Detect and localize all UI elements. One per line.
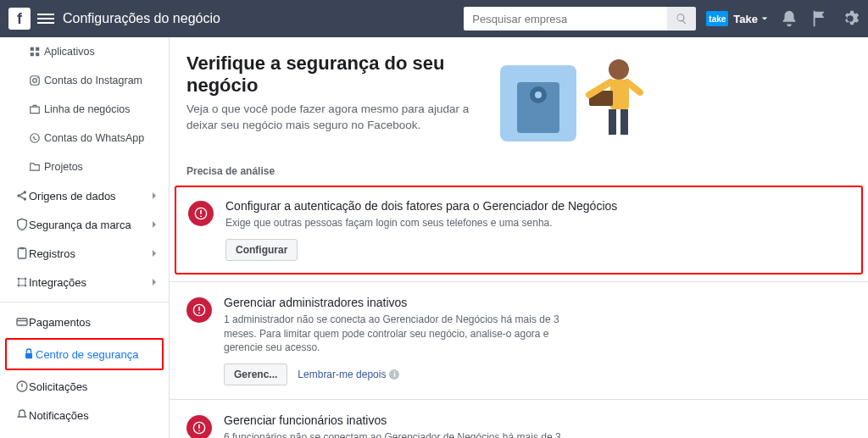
svg-rect-0 <box>31 47 34 51</box>
bell-icon[interactable] <box>780 9 798 28</box>
svg-point-26 <box>609 59 629 80</box>
sidebar-item-pagamentos[interactable]: Pagamentos <box>0 308 169 336</box>
hero: Verifique a segurança do seu negócio Vej… <box>170 37 868 157</box>
svg-rect-2 <box>31 53 34 56</box>
svg-rect-11 <box>18 248 25 258</box>
svg-rect-12 <box>20 247 24 250</box>
search-input[interactable] <box>464 7 667 30</box>
manage-button[interactable]: Gerenc... <box>224 363 287 385</box>
chevron-right-icon <box>150 191 159 200</box>
brand-logo: take <box>706 11 728 26</box>
sidebar-item-seguranca-marca[interactable]: Segurança da marca <box>0 210 169 239</box>
integrations-icon <box>15 275 29 289</box>
svg-point-7 <box>31 134 40 143</box>
sidebar-item-label: Projetos <box>44 161 83 173</box>
card-description: 1 administrador não se conecta ao Gerenc… <box>224 313 571 355</box>
sidebar-item-label: Contas do WhatsApp <box>44 132 144 144</box>
remind-label: Lembrar-me depois <box>298 369 386 380</box>
card-title: Gerenciar funcionários inativos <box>224 413 851 427</box>
shield-icon <box>15 218 29 231</box>
sidebar-item-label: Aplicativos <box>44 46 95 58</box>
briefcase-icon <box>29 103 41 115</box>
topbar: f Configurações do negócio take Take <box>0 0 868 37</box>
hero-subtitle: Veja o que você pode fazer agora mesmo p… <box>186 102 483 134</box>
sidebar-item-integracoes[interactable]: Integrações <box>0 268 169 297</box>
svg-rect-18 <box>25 353 32 359</box>
sidebar-item-notificacoes[interactable]: Notificações <box>0 401 169 430</box>
sidebar-item-label: Segurança da marca <box>29 219 131 231</box>
search-icon <box>676 13 687 25</box>
sidebar-item-label: Origens de dados <box>29 190 116 202</box>
account-switcher[interactable]: take Take <box>706 11 768 26</box>
search-button[interactable] <box>667 7 696 30</box>
sidebar-item-label: Centro de segurança <box>36 348 138 361</box>
apps-icon <box>29 46 41 58</box>
svg-point-5 <box>33 79 37 83</box>
svg-rect-30 <box>620 109 628 135</box>
sidebar-item-linha-negocios[interactable]: Linha de negócios <box>0 95 169 124</box>
hero-title: Verifique a segurança do seu negócio <box>186 53 483 97</box>
page-title: Configurações do negócio <box>63 11 220 26</box>
lock-icon <box>22 347 36 361</box>
alert-icon <box>186 297 212 323</box>
sidebar-item-label: Linha de negócios <box>44 103 130 115</box>
svg-rect-29 <box>609 109 616 135</box>
brand-name: Take <box>733 13 758 25</box>
hamburger-icon[interactable] <box>37 10 54 27</box>
sidebar-item-solicitacoes[interactable]: Solicitações <box>0 372 169 401</box>
sidebar-item-whatsapp[interactable]: Contas do WhatsApp <box>0 124 169 152</box>
sidebar-item-label: Notificações <box>29 409 89 422</box>
svg-point-6 <box>37 77 38 78</box>
hero-illustration <box>492 53 661 148</box>
whatsapp-icon <box>29 132 41 144</box>
alert-icon <box>186 415 212 438</box>
card-title: Configurar a autenticação de dois fatore… <box>225 199 849 213</box>
chevron-right-icon <box>150 278 159 286</box>
svg-point-13 <box>18 278 20 280</box>
svg-rect-1 <box>36 47 39 51</box>
sidebar-item-origens-dados[interactable]: Origens de dados <box>0 181 169 210</box>
chevron-right-icon <box>150 249 159 258</box>
sidebar-item-centro-seguranca[interactable]: Centro de segurança <box>7 340 162 369</box>
card-icon <box>15 315 29 329</box>
configure-button[interactable]: Configurar <box>225 239 298 261</box>
sidebar-item-label: Solicitações <box>29 380 87 393</box>
security-card-2fa: Configurar a autenticação de dois fatore… <box>175 186 863 274</box>
sidebar-item-info-empresa[interactable]: Informações da empresa <box>0 430 169 438</box>
sidebar-item-instagram[interactable]: Contas do Instagram <box>0 66 169 95</box>
sidebar-item-label: Contas do Instagram <box>44 75 142 86</box>
sidebar-item-registros[interactable]: Registros <box>0 239 169 268</box>
card-description: 6 funcionários não se conectam ao Gerenc… <box>224 430 571 438</box>
gear-icon[interactable] <box>841 9 860 28</box>
svg-point-14 <box>25 278 27 280</box>
section-label-review: Precisa de análise <box>170 157 868 182</box>
flag-icon[interactable] <box>810 9 829 28</box>
sidebar: Aplicativos Contas do Instagram Linha de… <box>0 37 170 438</box>
facebook-logo[interactable]: f <box>8 8 31 30</box>
alert-icon <box>188 201 214 226</box>
card-description: Exige que outras pessoas façam login com… <box>225 216 573 230</box>
svg-rect-3 <box>36 53 39 56</box>
security-card-inactive-employees: Gerenciar funcionários inativos 6 funcio… <box>170 399 868 438</box>
highlight-box: Centro de segurança <box>5 338 164 370</box>
sidebar-item-label: Integrações <box>29 276 86 289</box>
info-icon: i <box>389 369 399 380</box>
chevron-down-icon <box>761 15 768 22</box>
svg-point-25 <box>535 91 542 98</box>
chevron-right-icon <box>150 220 159 229</box>
sidebar-item-aplicativos[interactable]: Aplicativos <box>0 37 169 66</box>
request-icon <box>15 380 29 393</box>
main-content: Verifique a segurança do seu negócio Vej… <box>170 37 868 438</box>
share-icon <box>15 189 29 202</box>
card-title: Gerenciar administradores inativos <box>224 296 851 309</box>
bell-outline-icon <box>15 408 29 422</box>
sidebar-item-projetos[interactable]: Projetos <box>0 152 169 181</box>
clipboard-icon <box>15 247 29 260</box>
sidebar-item-label: Pagamentos <box>29 316 91 329</box>
sidebar-item-label: Registros <box>29 247 75 260</box>
svg-rect-17 <box>17 319 27 325</box>
instagram-icon <box>29 75 41 86</box>
remind-later-link[interactable]: Lembrar-me depois i <box>298 369 399 380</box>
security-card-inactive-admins: Gerenciar administradores inativos 1 adm… <box>170 281 868 399</box>
folder-icon <box>29 161 41 173</box>
